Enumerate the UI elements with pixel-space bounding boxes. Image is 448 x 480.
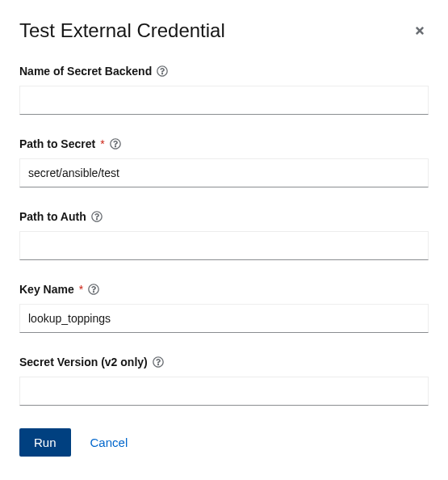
path-to-secret-input[interactable] (19, 158, 429, 187)
label-key-name: Key Name * (19, 283, 429, 296)
field-path-to-secret: Path to Secret * (19, 137, 429, 187)
button-row: Run Cancel (19, 428, 429, 457)
label-text: Path to Auth (19, 210, 86, 223)
key-name-input[interactable] (19, 304, 429, 333)
path-to-auth-input[interactable] (19, 231, 429, 260)
label-path-to-auth: Path to Auth (19, 210, 429, 223)
required-mark: * (79, 283, 83, 296)
label-text: Secret Version (v2 only) (19, 356, 148, 368)
modal-header: Test External Credential (19, 19, 429, 42)
label-text: Path to Secret (19, 137, 95, 150)
modal-title: Test External Credential (19, 19, 225, 42)
field-secret-version: Secret Version (v2 only) (19, 356, 429, 406)
cancel-button[interactable]: Cancel (90, 436, 128, 449)
secret-version-input[interactable] (19, 377, 429, 406)
field-key-name: Key Name * (19, 283, 429, 333)
field-path-to-auth: Path to Auth (19, 210, 429, 260)
label-text: Key Name (19, 283, 74, 296)
help-icon[interactable] (153, 356, 164, 368)
label-text: Name of Secret Backend (19, 65, 152, 78)
label-path-to-secret: Path to Secret * (19, 137, 429, 150)
help-icon[interactable] (88, 284, 99, 295)
help-icon[interactable] (91, 211, 103, 222)
help-icon[interactable] (157, 65, 168, 77)
label-secret-backend: Name of Secret Backend (19, 65, 429, 78)
required-mark: * (100, 137, 104, 150)
run-button[interactable]: Run (19, 428, 71, 457)
secret-backend-input[interactable] (19, 86, 429, 115)
help-icon[interactable] (110, 138, 121, 149)
close-button[interactable] (411, 19, 429, 42)
close-icon (414, 22, 425, 40)
label-secret-version: Secret Version (v2 only) (19, 356, 429, 368)
field-secret-backend: Name of Secret Backend (19, 65, 429, 115)
